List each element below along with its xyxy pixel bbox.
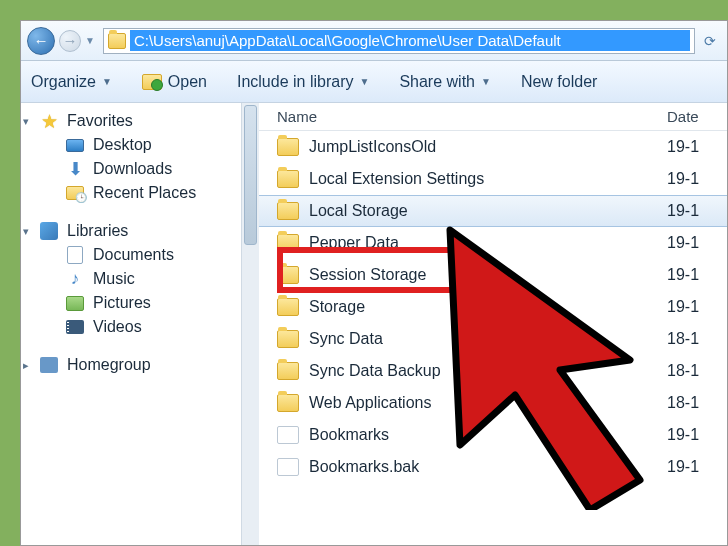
column-date[interactable]: Date — [667, 108, 727, 125]
address-field[interactable]: C:\Users\anuj\AppData\Local\Google\Chrom… — [103, 28, 695, 54]
refresh-icon: ⟳ — [704, 33, 716, 49]
sidebar-desktop[interactable]: Desktop — [21, 133, 241, 157]
folder-icon — [277, 362, 299, 380]
expand-icon[interactable]: ▸ — [23, 359, 29, 372]
chevron-down-icon: ▼ — [102, 76, 112, 87]
sidebar-documents[interactable]: Documents — [21, 243, 241, 267]
file-name: Local Extension Settings — [309, 170, 657, 188]
file-date: 19-1 — [667, 138, 727, 156]
include-in-library-menu[interactable]: Include in library ▼ — [237, 73, 369, 91]
forward-button[interactable]: → — [59, 30, 81, 52]
folder-icon — [277, 330, 299, 348]
sidebar-scrollbar[interactable] — [241, 103, 259, 545]
navigation-pane: ▾ ★ Favorites Desktop ⬇ Downloads Recent… — [21, 103, 241, 545]
star-icon: ★ — [39, 112, 59, 130]
arrow-right-icon: → — [63, 32, 78, 49]
folder-icon — [277, 298, 299, 316]
folder-icon — [108, 33, 126, 49]
folder-icon — [277, 170, 299, 188]
scrollbar-thumb[interactable] — [244, 105, 257, 245]
organize-menu[interactable]: Organize ▼ — [31, 73, 112, 91]
libraries-icon — [40, 222, 58, 240]
share-with-menu[interactable]: Share with ▼ — [399, 73, 491, 91]
file-row[interactable]: Local Extension Settings19-1 — [259, 163, 727, 195]
arrow-left-icon: ← — [34, 32, 49, 49]
file-date: 19-1 — [667, 170, 727, 188]
toolbar: Organize ▼ Open Include in library ▼ Sha… — [21, 61, 727, 103]
file-row[interactable]: JumpListIconsOld19-1 — [259, 131, 727, 163]
sidebar-pictures[interactable]: Pictures — [21, 291, 241, 315]
folder-icon — [277, 138, 299, 156]
file-name: JumpListIconsOld — [309, 138, 657, 156]
folder-icon — [277, 234, 299, 252]
back-button[interactable]: ← — [27, 27, 55, 55]
pictures-icon — [66, 296, 84, 311]
sidebar-libraries[interactable]: ▾ Libraries — [21, 219, 241, 243]
refresh-button[interactable]: ⟳ — [699, 33, 721, 49]
sidebar-homegroup[interactable]: ▸ Homegroup — [21, 353, 241, 377]
desktop-icon — [66, 139, 84, 152]
address-path[interactable]: C:\Users\anuj\AppData\Local\Google\Chrom… — [130, 30, 690, 51]
sidebar-recent-places[interactable]: Recent Places — [21, 181, 241, 205]
chevron-down-icon: ▼ — [481, 76, 491, 87]
sidebar-favorites[interactable]: ▾ ★ Favorites — [21, 109, 241, 133]
sidebar-downloads[interactable]: ⬇ Downloads — [21, 157, 241, 181]
file-icon — [277, 458, 299, 476]
folder-icon — [277, 266, 299, 284]
homegroup-icon — [40, 357, 58, 373]
downloads-icon: ⬇ — [65, 160, 85, 178]
sidebar-music[interactable]: ♪ Music — [21, 267, 241, 291]
documents-icon — [67, 246, 83, 264]
collapse-icon[interactable]: ▾ — [23, 115, 29, 128]
column-name[interactable]: Name — [277, 108, 667, 125]
column-headers[interactable]: Name Date — [259, 103, 727, 131]
open-button[interactable]: Open — [142, 73, 207, 91]
file-icon — [277, 426, 299, 444]
address-bar: ← → ▼ C:\Users\anuj\AppData\Local\Google… — [21, 21, 727, 61]
chevron-down-icon: ▼ — [359, 76, 369, 87]
nav-history-dropdown[interactable]: ▼ — [85, 35, 95, 46]
folder-icon — [277, 202, 299, 220]
videos-icon — [66, 320, 84, 334]
new-folder-button[interactable]: New folder — [521, 73, 597, 91]
folder-icon — [277, 394, 299, 412]
open-icon — [142, 74, 162, 90]
music-icon: ♪ — [65, 270, 85, 288]
collapse-icon[interactable]: ▾ — [23, 225, 29, 238]
sidebar-videos[interactable]: Videos — [21, 315, 241, 339]
recent-places-icon — [66, 186, 84, 200]
cursor-arrow-icon — [430, 210, 710, 510]
watermark: wikiHow — [669, 526, 722, 542]
